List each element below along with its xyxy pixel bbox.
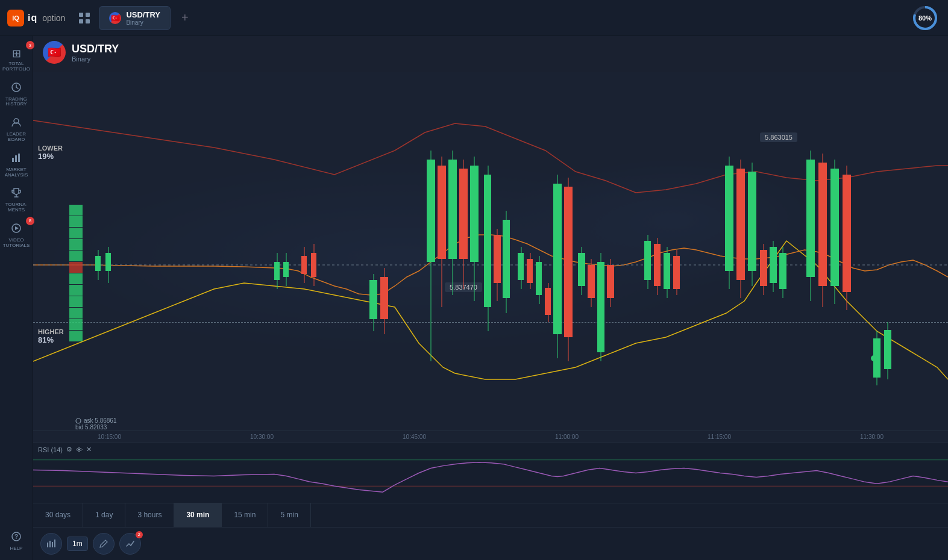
svg-point-101 bbox=[76, 418, 81, 423]
signal-block bbox=[69, 205, 83, 216]
svg-rect-81 bbox=[748, 172, 756, 271]
add-tab-button[interactable]: + bbox=[175, 8, 195, 28]
svg-rect-23 bbox=[283, 262, 289, 277]
svg-rect-29 bbox=[369, 280, 377, 319]
svg-rect-73 bbox=[664, 253, 670, 289]
signal-block bbox=[69, 273, 83, 284]
svg-rect-47 bbox=[503, 220, 510, 298]
tf-30min[interactable]: 30 min bbox=[174, 503, 222, 527]
candle-period-button[interactable]: 1m bbox=[67, 537, 88, 551]
signal-blocks bbox=[69, 205, 83, 341]
sidebar-item-leaderboard[interactable]: LEADERBOARD bbox=[1, 113, 32, 146]
svg-rect-39 bbox=[459, 169, 468, 259]
history-label: TRADINGHISTORY bbox=[5, 97, 27, 108]
pair-flag: 🇹🇷 bbox=[43, 41, 66, 64]
askbid-info: ask 5.86861 bid 5.82033 bbox=[75, 417, 117, 431]
svg-rect-3 bbox=[86, 19, 90, 23]
indicator-badge: 2 bbox=[136, 531, 143, 538]
main-chart-area: 🇹🇷 USD/TRY Binary LOWER 19% HIGHER 81% bbox=[33, 36, 948, 560]
signal-block bbox=[69, 331, 83, 341]
tf-15min[interactable]: 15 min bbox=[222, 503, 268, 527]
svg-rect-1 bbox=[86, 13, 90, 17]
svg-rect-57 bbox=[553, 184, 562, 334]
svg-text:?: ? bbox=[14, 534, 18, 540]
sidebar-item-portfolio[interactable]: 3 ⊞ TOTALPORTFOLIO bbox=[1, 43, 32, 76]
topbar: IQ iq option 🇹🇷 USD/TRY Binary + 80% bbox=[0, 0, 948, 36]
svg-rect-95 bbox=[843, 175, 851, 292]
leaderboard-label: LEADERBOARD bbox=[7, 132, 26, 143]
sidebar-item-videos[interactable]: 8 VIDEOTUTORIALS bbox=[1, 219, 32, 252]
tf-5min[interactable]: 5 min bbox=[268, 503, 310, 527]
draw-tool-button[interactable] bbox=[93, 533, 115, 555]
lower-direction: LOWER bbox=[38, 145, 63, 152]
lower-label: LOWER 19% bbox=[38, 145, 63, 161]
svg-rect-33 bbox=[427, 160, 435, 262]
svg-rect-71 bbox=[654, 244, 661, 286]
tournaments-label: TOURNA-MENTS bbox=[5, 202, 27, 213]
svg-rect-105 bbox=[49, 541, 51, 547]
tf-1day[interactable]: 1 day bbox=[83, 503, 125, 527]
svg-rect-59 bbox=[564, 187, 573, 337]
signal-block bbox=[69, 216, 83, 227]
svg-rect-25 bbox=[301, 256, 307, 274]
help-icon: ? bbox=[11, 531, 22, 545]
progress-text: 80% bbox=[918, 14, 932, 22]
rsi-close-icon[interactable]: ✕ bbox=[86, 446, 92, 453]
svg-rect-107 bbox=[54, 540, 55, 547]
svg-rect-10 bbox=[18, 154, 20, 162]
analysis-icon bbox=[11, 152, 22, 166]
signal-block bbox=[69, 262, 83, 273]
rsi-settings-icon[interactable]: ⚙ bbox=[66, 446, 72, 453]
svg-rect-8 bbox=[12, 158, 14, 162]
bottom-toolbar: 30 days 1 day 3 hours 30 min 15 min 5 mi… bbox=[33, 503, 948, 560]
svg-rect-93 bbox=[830, 169, 839, 286]
svg-rect-89 bbox=[806, 160, 815, 277]
sidebar-item-history[interactable]: TRADINGHISTORY bbox=[1, 78, 32, 111]
higher-percent: 81% bbox=[38, 335, 64, 344]
svg-rect-83 bbox=[760, 250, 767, 286]
sidebar-item-analysis[interactable]: MARKETANALYSIS bbox=[1, 149, 32, 182]
ask-price: ask 5.86861 bbox=[84, 417, 117, 424]
signal-block bbox=[69, 250, 83, 261]
signal-block bbox=[69, 239, 83, 250]
x-axis: 10:15:00 10:30:00 10:45:00 11:00:00 11:1… bbox=[33, 431, 948, 443]
svg-rect-79 bbox=[736, 169, 745, 280]
svg-rect-85 bbox=[770, 247, 777, 283]
indicator-button[interactable]: 2 bbox=[119, 533, 141, 555]
chart-container[interactable]: 5.863015 5.837470 bbox=[33, 72, 948, 443]
xtime-3: 10:45:00 bbox=[403, 434, 426, 440]
svg-rect-67 bbox=[607, 265, 614, 298]
svg-rect-65 bbox=[597, 262, 604, 352]
tab-pair-type: Binary bbox=[126, 19, 160, 26]
portfolio-label: TOTALPORTFOLIO bbox=[2, 61, 30, 72]
grid-icon[interactable] bbox=[75, 8, 94, 28]
help-label: HELP bbox=[10, 546, 23, 552]
tab-flag: 🇹🇷 bbox=[109, 12, 121, 24]
bid-price: bid 5.82033 bbox=[75, 424, 117, 431]
svg-rect-43 bbox=[484, 175, 491, 307]
signal-block bbox=[69, 319, 83, 330]
portfolio-badge: 3 bbox=[26, 41, 34, 49]
rsi-title: RSI (14) bbox=[38, 446, 63, 453]
xtime-4: 11:00:00 bbox=[555, 434, 579, 440]
tf-3hours[interactable]: 3 hours bbox=[125, 503, 174, 527]
svg-rect-91 bbox=[818, 163, 827, 286]
svg-rect-0 bbox=[79, 13, 83, 17]
pair-type: Binary bbox=[72, 55, 119, 63]
chart-tools: 1m 2 bbox=[33, 527, 948, 560]
pair-name[interactable]: USD/TRY bbox=[72, 43, 119, 55]
logo-option: option bbox=[42, 13, 65, 23]
svg-rect-55 bbox=[545, 288, 551, 315]
xtime-5: 11:15:00 bbox=[708, 434, 731, 440]
history-icon bbox=[11, 82, 22, 96]
sidebar-item-help[interactable]: ? HELP bbox=[1, 527, 32, 555]
svg-rect-19 bbox=[105, 253, 111, 271]
logo-area: IQ iq option bbox=[7, 10, 65, 26]
active-instrument-tab[interactable]: 🇹🇷 USD/TRY Binary bbox=[99, 6, 171, 30]
sidebar-item-tournaments[interactable]: TOURNA-MENTS bbox=[1, 184, 32, 217]
chart-type-button[interactable] bbox=[40, 533, 62, 555]
tf-30days[interactable]: 30 days bbox=[33, 503, 83, 527]
tab-pair-info: USD/TRY Binary bbox=[126, 10, 160, 26]
rsi-visibility-icon[interactable]: 👁 bbox=[76, 446, 83, 453]
progress-svg: 80% bbox=[912, 5, 938, 31]
